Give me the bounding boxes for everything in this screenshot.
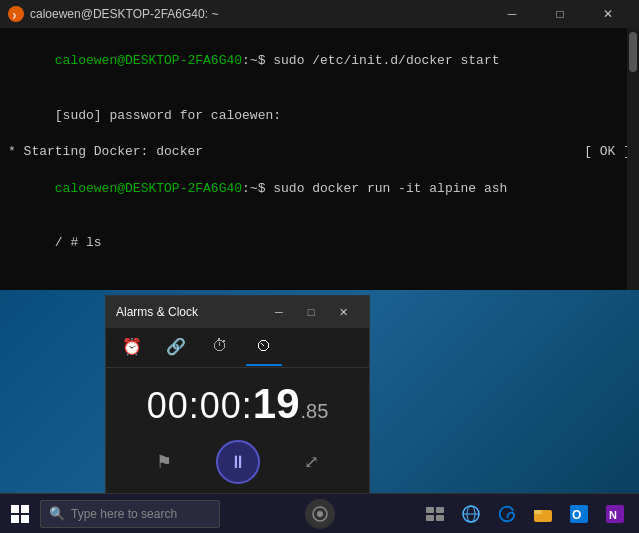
taskbar-center <box>220 499 419 529</box>
expand-icon: ⤢ <box>304 451 319 473</box>
outlook-button[interactable]: O <box>563 498 595 530</box>
stopwatch-display: 00:00: 19 .85 <box>147 380 329 428</box>
alarm-tab-bar: ⏰ 🔗 ⏱ ⏲ <box>106 328 369 368</box>
terminal-scrollbar-thumb[interactable] <box>629 32 637 72</box>
cortana-button[interactable] <box>305 499 335 529</box>
stopwatch-minutes: 00 <box>200 385 242 426</box>
onenote-icon: N <box>606 505 624 523</box>
terminal-scrollbar[interactable] <box>627 28 639 290</box>
terminal-close-button[interactable]: ✕ <box>585 0 631 28</box>
taskbar: 🔍 Type here to search <box>0 493 639 533</box>
terminal-body: caloewen@DESKTOP-2FA6G40:~$ sudo /etc/in… <box>0 28 639 290</box>
tab-stopwatch[interactable]: ⏱ <box>202 330 238 366</box>
alarm-minimize-button[interactable]: ─ <box>263 300 295 324</box>
svg-rect-4 <box>436 507 444 513</box>
svg-rect-6 <box>436 515 444 521</box>
alarm-maximize-button[interactable]: □ <box>295 300 327 324</box>
terminal-line-1: caloewen@DESKTOP-2FA6G40:~$ sudo /etc/in… <box>8 34 631 89</box>
stopwatch-hours: 00 <box>147 385 189 426</box>
tab-timer[interactable]: ⏲ <box>246 330 282 366</box>
timer-icon: ⏲ <box>256 337 272 356</box>
search-icon: 🔍 <box>49 506 65 522</box>
alarm-close-button[interactable]: ✕ <box>327 300 359 324</box>
task-view-button[interactable] <box>419 498 451 530</box>
taskbar-search-box[interactable]: 🔍 Type here to search <box>40 500 220 528</box>
terminal-ls-row1: bin etc lib mnt proc run srv tmp var <box>8 270 631 290</box>
terminal-titlebar: ❯ caloewen@DESKTOP-2FA6G40: ~ ─ □ ✕ <box>0 0 639 28</box>
start-button[interactable] <box>0 494 40 534</box>
tab-world-clock[interactable]: 🔗 <box>158 330 194 366</box>
terminal-line-3: * Starting Docker: docker [ OK ] <box>8 143 631 161</box>
svg-rect-11 <box>534 510 542 514</box>
terminal-maximize-button[interactable]: □ <box>537 0 583 28</box>
stopwatch-seconds: 19 <box>253 380 300 428</box>
alarm-controls-row: ⚑ ⏸ ⤢ <box>142 440 334 484</box>
pause-icon: ⏸ <box>229 452 247 473</box>
world-clock-icon: 🔗 <box>166 337 186 357</box>
terminal-window-controls: ─ □ ✕ <box>489 0 631 28</box>
terminal-app-icon: ❯ <box>8 6 24 22</box>
terminal-window: ❯ caloewen@DESKTOP-2FA6G40: ~ ─ □ ✕ calo… <box>0 0 639 290</box>
pause-button[interactable]: ⏸ <box>216 440 260 484</box>
alarm-clock-window: Alarms & Clock ─ □ ✕ ⏰ 🔗 ⏱ ⏲ 00:00: 19 <box>105 295 370 505</box>
folder-icon <box>534 506 552 522</box>
stopwatch-hours-minutes: 00:00: <box>147 385 253 427</box>
svg-rect-3 <box>426 507 434 513</box>
svg-text:O: O <box>572 508 581 522</box>
taskbar-right: O N <box>419 498 639 530</box>
cortana-icon <box>312 506 328 522</box>
terminal-line-2: [sudo] password for caloewen: <box>8 89 631 144</box>
edge-icon <box>498 505 516 523</box>
alarm-body: 00:00: 19 .85 ⚑ ⏸ ⤢ <box>106 368 369 504</box>
tab-alarm[interactable]: ⏰ <box>114 330 150 366</box>
task-view-icon <box>426 507 444 521</box>
terminal-line-4: caloewen@DESKTOP-2FA6G40:~$ sudo docker … <box>8 161 631 216</box>
terminal-title-left: ❯ caloewen@DESKTOP-2FA6G40: ~ <box>8 6 218 22</box>
alarm-titlebar: Alarms & Clock ─ □ ✕ <box>106 296 369 328</box>
browser-button[interactable] <box>455 498 487 530</box>
globe-icon <box>462 505 480 523</box>
stopwatch-icon: ⏱ <box>212 337 228 356</box>
outlook-icon: O <box>570 505 588 523</box>
svg-text:❯: ❯ <box>12 11 17 19</box>
flag-button[interactable]: ⚑ <box>142 440 186 484</box>
edge-button[interactable] <box>491 498 523 530</box>
search-placeholder: Type here to search <box>71 507 177 521</box>
onenote-button[interactable]: N <box>599 498 631 530</box>
alarm-window-controls: ─ □ ✕ <box>263 300 359 324</box>
flag-icon: ⚑ <box>156 451 172 473</box>
alarm-title: Alarms & Clock <box>116 305 198 319</box>
svg-point-2 <box>317 511 323 517</box>
svg-rect-5 <box>426 515 434 521</box>
file-explorer-button[interactable] <box>527 498 559 530</box>
windows-logo-icon <box>11 505 29 523</box>
terminal-line-5: / # ls <box>8 216 631 271</box>
alarm-icon: ⏰ <box>122 337 142 357</box>
stopwatch-centiseconds: .85 <box>301 400 329 423</box>
expand-button[interactable]: ⤢ <box>290 440 334 484</box>
terminal-title: caloewen@DESKTOP-2FA6G40: ~ <box>30 7 218 21</box>
terminal-minimize-button[interactable]: ─ <box>489 0 535 28</box>
svg-text:N: N <box>609 509 617 521</box>
